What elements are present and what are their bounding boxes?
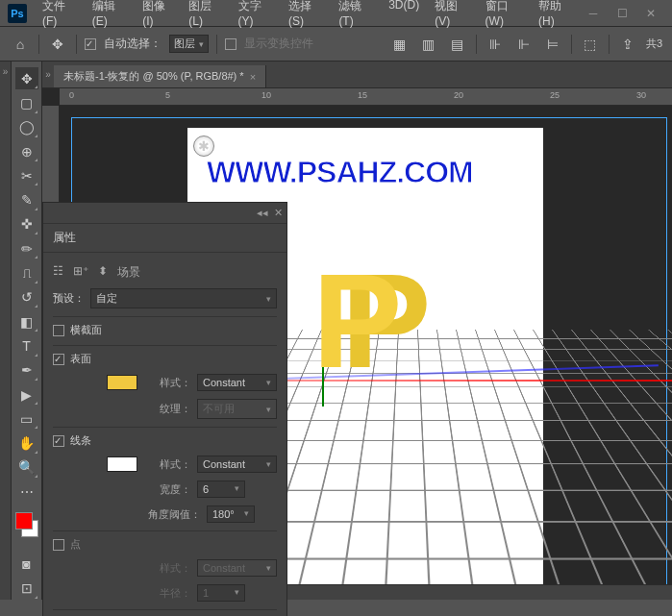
brush-tool[interactable]: ✏ <box>15 237 38 259</box>
points-label: 点 <box>70 537 81 552</box>
app-logo: Ps <box>8 4 27 23</box>
lines-checkbox[interactable] <box>53 435 64 447</box>
share-icon[interactable]: ⇪ <box>617 34 638 55</box>
align-icon-4[interactable]: ⊪ <box>485 34 506 55</box>
hand-tool[interactable]: ✋ <box>15 431 38 454</box>
marquee-tool[interactable]: ▢ <box>15 91 38 113</box>
cap-icon[interactable]: ⬍ <box>98 264 108 281</box>
align-icon-3[interactable]: ▤ <box>447 34 468 55</box>
texture-select: 不可用 <box>197 399 277 419</box>
close-button[interactable]: ✕ <box>637 4 664 23</box>
lines-color-chip[interactable] <box>107 456 137 472</box>
panel-tab-properties[interactable]: 属性 <box>43 224 286 253</box>
deform-icon[interactable]: ⊞⁺ <box>73 264 88 281</box>
points-style-select: Constant <box>197 559 277 577</box>
maximize-button[interactable]: ☐ <box>609 4 635 23</box>
menu-image[interactable]: 图像(I) <box>137 0 179 30</box>
screenmode-tool[interactable]: ⊡ <box>15 578 38 600</box>
eyedropper-tool[interactable]: ✎ <box>15 188 38 210</box>
menu-window[interactable]: 窗口(W) <box>480 0 529 30</box>
expand-dock-icon[interactable]: » <box>3 66 9 77</box>
align-icon-5[interactable]: ⊩ <box>513 34 535 55</box>
3d-text-object[interactable]: P <box>312 243 402 399</box>
quickmask-tool[interactable]: ◙ <box>15 553 38 575</box>
move-tool[interactable]: ✥ <box>15 67 38 89</box>
color-swatches[interactable] <box>15 512 38 537</box>
surface-color-chip[interactable] <box>107 375 137 390</box>
menu-3d[interactable]: 3D(D) <box>383 0 425 30</box>
menu-type[interactable]: 文字(Y) <box>233 0 279 30</box>
panel-collapse-icon[interactable]: ◂◂ <box>257 207 268 219</box>
history-brush-tool[interactable]: ↺ <box>15 286 38 308</box>
menu-file[interactable]: 文件(F) <box>37 0 83 30</box>
stamp-tool[interactable]: ⎍ <box>15 261 38 283</box>
lasso-tool[interactable]: ◯ <box>15 116 38 138</box>
tab-pin-icon[interactable]: » <box>42 62 54 87</box>
menu-select[interactable]: 选择(S) <box>283 0 329 30</box>
3d-mode-icon[interactable]: ⬚ <box>580 34 601 55</box>
edit-toolbar[interactable]: ⋯ <box>15 480 38 503</box>
surface-checkbox[interactable] <box>53 354 64 365</box>
points-radius-input: 1 <box>197 584 245 602</box>
align-icon-1[interactable]: ▦ <box>389 34 411 55</box>
menu-bar: 文件(F) 编辑(E) 图像(I) 图层(L) 文字(Y) 选择(S) 滤镜(T… <box>37 0 580 30</box>
menu-help[interactable]: 帮助(H) <box>533 0 580 30</box>
properties-panel: ◂◂ ✕ 属性 ☷ ⊞⁺ ⬍ 场景 预设： 自定 横截面 表面 样式：Const… <box>42 202 287 616</box>
cross-section-label: 横截面 <box>70 323 102 337</box>
points-checkbox[interactable] <box>53 539 64 551</box>
menu-filter[interactable]: 滤镜(T) <box>333 0 379 30</box>
preset-label: 预设： <box>53 291 85 306</box>
minimize-button[interactable]: ─ <box>580 4 607 23</box>
move-tool-icon[interactable]: ✥ <box>47 34 68 55</box>
surface-style-select[interactable]: Constant <box>197 374 277 391</box>
surface-label: 表面 <box>70 352 91 366</box>
foreground-color[interactable] <box>15 512 33 530</box>
tools-panel: ✥ ▢ ◯ ⊕ ✂ ✎ ✜ ✏ ⎍ ↺ ◧ T ✒ ▶ ▭ ✋ 🔍 ⋯ ◙ ⊡ <box>12 62 42 600</box>
show-transform-checkbox[interactable] <box>225 38 236 50</box>
shape-tool[interactable]: ▭ <box>15 407 38 430</box>
quick-select-tool[interactable]: ⊕ <box>15 140 38 162</box>
preset-select[interactable]: 自定 <box>90 288 277 308</box>
lines-width-input[interactable]: 6 <box>197 480 245 498</box>
crop-tool[interactable]: ✂ <box>15 164 38 186</box>
lines-label: 线条 <box>70 433 91 448</box>
scene-label: 场景 <box>117 264 140 281</box>
frame-count: 共3 <box>646 37 662 51</box>
document-tab[interactable]: 未标题-1-恢复的 @ 50% (P, RGB/8#) * × <box>54 65 266 87</box>
ruler-horizontal[interactable]: 0 5 10 15 20 25 30 <box>60 88 672 106</box>
home-icon[interactable]: ⌂ <box>10 34 31 55</box>
angle-threshold-input[interactable]: 180° <box>207 505 255 523</box>
tab-title: 未标题-1-恢复的 @ 50% (P, RGB/8#) * <box>63 69 244 84</box>
lines-style-select[interactable]: Constant <box>197 456 277 473</box>
align-icon-6[interactable]: ⊨ <box>542 34 563 55</box>
zoom-tool[interactable]: 🔍 <box>15 456 38 479</box>
align-icon-2[interactable]: ▥ <box>418 34 439 55</box>
left-dock: » <box>0 62 12 600</box>
watermark-text: WWW.PSAHZ.COM <box>207 155 473 190</box>
eraser-tool[interactable]: ◧ <box>15 310 38 333</box>
menu-view[interactable]: 视图(V) <box>429 0 475 30</box>
show-transform-label: 显示变换控件 <box>244 36 313 52</box>
mesh-icon[interactable]: ☷ <box>53 264 63 281</box>
healing-tool[interactable]: ✜ <box>15 213 38 235</box>
menu-layer[interactable]: 图层(L) <box>183 0 228 30</box>
tab-close-icon[interactable]: × <box>250 71 256 83</box>
type-tool[interactable]: T <box>15 334 38 357</box>
auto-select-checkbox[interactable] <box>85 38 96 50</box>
panel-close-icon[interactable]: ✕ <box>274 207 283 219</box>
auto-select-target[interactable]: 图层 <box>169 35 209 53</box>
menu-edit[interactable]: 编辑(E) <box>87 0 133 30</box>
pen-tool[interactable]: ✒ <box>15 359 38 382</box>
auto-select-label: 自动选择： <box>104 36 162 52</box>
cross-section-checkbox[interactable] <box>53 325 64 336</box>
path-select-tool[interactable]: ▶ <box>15 383 38 406</box>
3d-cursor-icon: ✱ <box>193 136 214 157</box>
